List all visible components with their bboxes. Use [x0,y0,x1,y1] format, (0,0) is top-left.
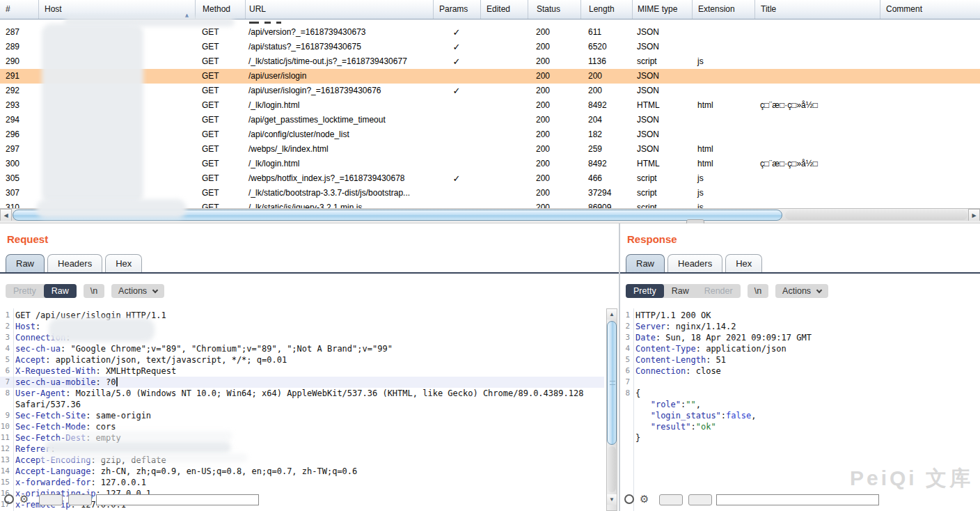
actions-button[interactable]: Actions [111,284,164,298]
cell-length: 200 [580,84,632,98]
column-header-params[interactable]: Params [433,0,480,19]
cell-comment [880,40,980,54]
gear-icon[interactable]: ⚙ [640,493,649,505]
scroll-down-arrow-icon[interactable]: ▼ [607,494,617,505]
column-header-title[interactable]: Title [754,0,880,19]
cell-status: 200 [528,186,580,201]
line-text: Content-Length: 51 [635,354,726,365]
raw-button[interactable]: Raw [44,284,77,298]
column-header-method[interactable]: Method [195,0,245,19]
line-number: 3 [0,332,10,343]
response-pane-title: Response [627,233,677,245]
gear-icon[interactable]: ⚙ [19,493,29,505]
cell-length: 611 [580,25,632,40]
newline-toggle-button[interactable]: \n [748,284,768,298]
search-input[interactable] [716,494,879,505]
table-row[interactable]: 293 GET /_lk/login.html 200 8492 HTML ht… [0,98,980,113]
table-row[interactable]: 297 GET /webps/_lk/index.html 200 259 JS… [0,142,980,157]
search-next-button[interactable] [68,494,92,505]
tab-raw[interactable]: Raw [6,254,45,272]
search-icon[interactable] [4,494,14,504]
cell-extension: js [692,186,754,201]
table-row[interactable]: 305 GET /webps/hotfix_index.js?_=1618739… [0,171,980,186]
editor-line: 8 User-Agent: Mozilla/5.0 (Windows NT 10… [0,388,604,399]
column-header-edited[interactable]: Edited [480,0,528,19]
line-number: 5 [620,354,630,365]
cell-method: GET [195,69,245,84]
column-header-host-label: Host [45,4,62,14]
tab-headers[interactable]: Headers [47,254,102,272]
redaction-blur [39,453,248,462]
pretty-button[interactable]: Pretty [6,284,44,298]
column-header-url[interactable]: URL [245,0,433,19]
line-text: Safari/537.36 [15,399,81,410]
table-row[interactable]: 287 GET /api/version?_=1618739430673 ✓ 2… [0,25,980,40]
table-row[interactable]: 307 GET /_lk/static/bootstrap-3.3.7-dist… [0,186,980,201]
column-header-status[interactable]: Status [528,0,580,19]
cell-url: /api/get_passtimes_locktime_timeout [245,113,433,127]
cell-row-number: 294 [0,113,38,127]
search-prev-button[interactable] [659,494,683,505]
newline-toggle-button[interactable]: \n [84,284,104,298]
gutter-separator [13,308,14,511]
line-text: } [635,432,640,443]
column-header-host[interactable]: Host ▲ [38,0,195,19]
cell-mime-type: script [632,186,692,201]
table-row[interactable]: 300 GET /_lk/login.html 200 8492 HTML ht… [0,157,980,171]
cell-params-check: ✓ [433,171,480,186]
cell-method: GET [195,157,245,171]
cell-method: GET [195,40,245,54]
line-text: Accept: application/json, text/javascrip… [15,354,287,365]
cell-title: ç□¨æ□·ç□»å½□ [754,98,880,113]
tab-headers[interactable]: Headers [667,254,722,272]
editor-line: 4 Content-Type: application/json [620,343,980,354]
burp-proxy-history-screen: # Host ▲ Method URL Params Edited Status… [0,0,980,511]
vertical-scrollbar-track[interactable] [608,446,616,492]
column-header-extension[interactable]: Extension [692,0,754,19]
pretty-button[interactable]: Pretty [626,284,664,298]
search-next-button[interactable] [688,494,712,505]
pretty-raw-render-toggle: Pretty Raw Render [626,284,741,298]
horizontal-scrollbar-track[interactable] [785,210,967,220]
column-header-number[interactable]: # [0,0,38,19]
cell-edited [480,157,528,171]
scroll-left-arrow-icon[interactable]: ◀ [0,209,12,221]
render-button[interactable]: Render [697,284,741,298]
search-input[interactable] [96,494,259,505]
cell-mime-type: JSON [632,40,692,54]
cell-mime-type: JSON [632,113,692,127]
table-row[interactable]: 291 GET /api/user/islogin 200 200 JSON [0,69,980,84]
cell-edited [480,40,528,54]
tab-raw[interactable]: Raw [626,254,665,272]
tab-hex[interactable]: Hex [725,254,762,272]
cell-extension: html [692,157,754,171]
table-row[interactable]: 296 GET /api/config/cluster/node_list 20… [0,127,980,142]
raw-button[interactable]: Raw [664,284,697,298]
cell-extension [692,40,754,54]
table-row[interactable]: 292 GET /api/user/islogin?_=161873943067… [0,84,980,98]
tab-hex[interactable]: Hex [105,254,142,272]
request-pane-title: Request [7,233,48,245]
scroll-right-arrow-icon[interactable]: ▶ [968,209,980,221]
actions-button[interactable]: Actions [775,284,828,298]
scroll-up-arrow-icon[interactable]: ▲ [607,309,617,320]
table-row[interactable]: 290 GET /_lk/static/js/time-out.js?_=161… [0,54,980,69]
request-vertical-scrollbar[interactable]: ▲ ▼ [606,308,617,511]
cell-url: /api/config/cluster/node_list [245,127,433,142]
cell-extension [692,127,754,142]
table-row[interactable]: 289 GET /api/status?_=1618739430675 ✓ 20… [0,40,980,54]
cell-url: /webps/hotfix_index.js?_=1618739430678 [245,171,433,186]
gutter-separator [633,308,634,511]
column-header-comment[interactable]: Comment [880,0,980,19]
column-header-mime[interactable]: MIME type [632,0,692,19]
cell-title: ç□¨æ□·ç□»å½□ [754,157,880,171]
search-icon[interactable] [624,494,634,504]
search-prev-button[interactable] [39,494,63,505]
cell-url: /_lk/login.html [245,157,433,171]
cell-length: 6520 [580,40,632,54]
vertical-scrollbar-thumb[interactable] [607,321,617,445]
line-number: 13 [0,455,10,466]
table-row[interactable]: 294 GET /api/get_passtimes_locktime_time… [0,113,980,127]
column-header-length[interactable]: Length [580,0,632,19]
cell-mime-type: JSON [632,69,692,84]
